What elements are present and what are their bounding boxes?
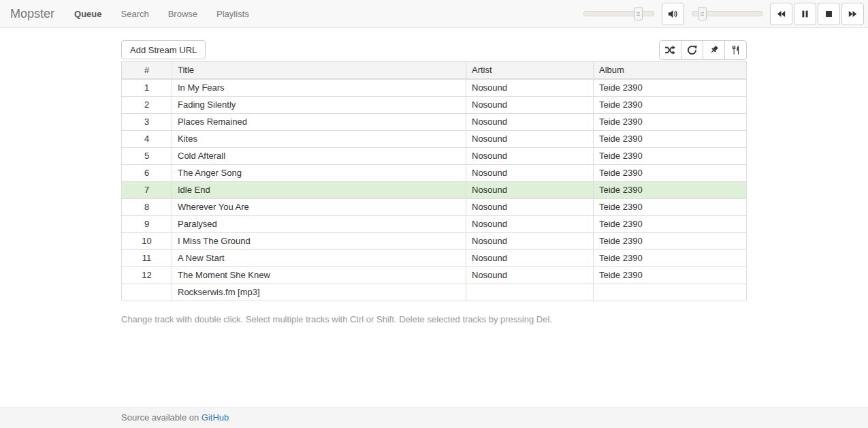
cell-album[interactable]: Teide 2390 (594, 250, 747, 267)
volume-slider-handle[interactable] (634, 7, 643, 20)
cell-artist[interactable]: Nosound (466, 97, 594, 114)
pin-button[interactable] (703, 40, 725, 60)
table-row[interactable]: 8Wherever You AreNosoundTeide 2390 (122, 199, 747, 216)
cell-num[interactable]: 5 (122, 148, 172, 165)
table-row-current-track[interactable]: 7Idle EndNosoundTeide 2390 (122, 182, 747, 199)
cell-album[interactable]: Teide 2390 (594, 233, 747, 250)
table-row[interactable]: 4KitesNosoundTeide 2390 (122, 131, 747, 148)
table-row[interactable]: 11A New StartNosoundTeide 2390 (122, 250, 747, 267)
transport-buttons (770, 3, 864, 25)
volume-slider[interactable] (583, 11, 654, 16)
next-button[interactable] (841, 3, 864, 25)
table-row[interactable]: 10I Miss The GroundNosoundTeide 2390 (122, 233, 747, 250)
seek-slider[interactable] (692, 11, 762, 16)
add-stream-url-button[interactable]: Add Stream URL (121, 40, 206, 59)
previous-button[interactable] (770, 3, 792, 25)
footer-text: Source available on (121, 412, 202, 423)
cell-num[interactable]: 4 (122, 131, 172, 148)
cell-artist[interactable]: Nosound (466, 165, 594, 182)
cell-title[interactable]: Places Remained (172, 114, 466, 131)
cell-artist[interactable]: Nosound (466, 199, 594, 216)
consume-button[interactable] (724, 40, 747, 60)
queue-toolbar: Add Stream URL (121, 40, 747, 60)
cell-title[interactable]: In My Fears (172, 79, 466, 97)
nav-item-playlists[interactable]: Playlists (207, 9, 259, 19)
github-link[interactable]: GitHub (202, 412, 229, 423)
cell-num[interactable]: 3 (122, 114, 172, 131)
cell-album[interactable]: Teide 2390 (594, 131, 747, 148)
cell-title[interactable]: Wherever You Are (172, 199, 466, 216)
cell-title[interactable]: Paralysed (172, 216, 466, 233)
mute-button[interactable] (662, 3, 684, 25)
table-row[interactable]: 2Fading SilentlyNosoundTeide 2390 (122, 97, 747, 114)
cell-artist[interactable]: Nosound (466, 131, 594, 148)
table-row[interactable]: 3Places RemainedNosoundTeide 2390 (122, 114, 747, 131)
cell-num[interactable]: 12 (122, 267, 172, 284)
cell-title[interactable]: Rockserwis.fm [mp3] (172, 284, 466, 301)
cell-artist[interactable]: Nosound (466, 182, 594, 199)
cell-title[interactable]: A New Start (172, 250, 466, 267)
column-header-number[interactable]: # (122, 62, 172, 80)
header-row: # Title Artist Album (122, 62, 747, 80)
stop-icon (824, 10, 833, 18)
cell-num[interactable]: 2 (122, 97, 172, 114)
column-header-title[interactable]: Title (172, 62, 466, 80)
cell-album[interactable]: Teide 2390 (594, 216, 747, 233)
column-header-artist[interactable]: Artist (466, 62, 594, 80)
cell-album[interactable]: Teide 2390 (594, 199, 747, 216)
cell-artist[interactable]: Nosound (466, 250, 594, 267)
usage-hint: Change track with double click. Select m… (121, 314, 747, 324)
repeat-icon (687, 45, 697, 55)
cell-artist[interactable]: Nosound (466, 79, 594, 97)
nav-item-browse[interactable]: Browse (159, 9, 207, 19)
nav-item-queue[interactable]: Queue (65, 9, 111, 19)
cell-num[interactable]: 9 (122, 216, 172, 233)
cell-album[interactable] (594, 284, 747, 301)
cell-num[interactable]: 7 (122, 182, 172, 199)
cell-album[interactable]: Teide 2390 (594, 182, 747, 199)
table-row[interactable]: 9ParalysedNosoundTeide 2390 (122, 216, 747, 233)
table-row[interactable]: 1In My FearsNosoundTeide 2390 (122, 79, 747, 97)
cell-title[interactable]: Fading Silently (172, 97, 466, 114)
table-row[interactable]: 5Cold AfterallNosoundTeide 2390 (122, 148, 747, 165)
nav-item-search[interactable]: Search (112, 9, 159, 19)
cell-album[interactable]: Teide 2390 (594, 97, 747, 114)
cell-artist[interactable]: Nosound (466, 148, 594, 165)
cell-album[interactable]: Teide 2390 (594, 267, 747, 284)
cell-num[interactable]: 6 (122, 165, 172, 182)
navbar: Mopster Queue Search Browse Playlists (0, 0, 868, 28)
cell-num[interactable]: 8 (122, 199, 172, 216)
pause-button[interactable] (794, 3, 816, 25)
stop-button[interactable] (818, 3, 840, 25)
repeat-button[interactable] (681, 40, 703, 60)
cell-artist[interactable] (466, 284, 594, 301)
cell-title[interactable]: Idle End (172, 182, 466, 199)
cell-album[interactable]: Teide 2390 (594, 79, 747, 97)
cell-num[interactable] (122, 284, 172, 301)
table-row[interactable]: 12The Moment She KnewNosoundTeide 2390 (122, 267, 747, 284)
table-row[interactable]: 6The Anger SongNosoundTeide 2390 (122, 165, 747, 182)
cell-album[interactable]: Teide 2390 (594, 165, 747, 182)
cell-title[interactable]: The Anger Song (172, 165, 466, 182)
table-row[interactable]: Rockserwis.fm [mp3] (122, 284, 747, 301)
cell-album[interactable]: Teide 2390 (594, 114, 747, 131)
seek-slider-handle[interactable] (698, 7, 707, 20)
queue-table: # Title Artist Album 1In My FearsNosound… (121, 61, 747, 301)
column-header-album[interactable]: Album (594, 62, 747, 80)
cell-num[interactable]: 11 (122, 250, 172, 267)
cell-title[interactable]: Kites (172, 131, 466, 148)
cell-album[interactable]: Teide 2390 (594, 148, 747, 165)
footer: Source available on GitHub (0, 407, 868, 428)
cell-num[interactable]: 1 (122, 79, 172, 97)
cell-title[interactable]: Cold Afterall (172, 148, 466, 165)
cell-artist[interactable]: Nosound (466, 216, 594, 233)
cell-artist[interactable]: Nosound (466, 233, 594, 250)
shuffle-icon (665, 45, 675, 55)
cell-num[interactable]: 10 (122, 233, 172, 250)
cell-title[interactable]: The Moment She Knew (172, 267, 466, 284)
cell-title[interactable]: I Miss The Ground (172, 233, 466, 250)
cell-artist[interactable]: Nosound (466, 267, 594, 284)
cell-artist[interactable]: Nosound (466, 114, 594, 131)
brand[interactable]: Mopster (0, 7, 65, 21)
shuffle-button[interactable] (659, 40, 681, 60)
